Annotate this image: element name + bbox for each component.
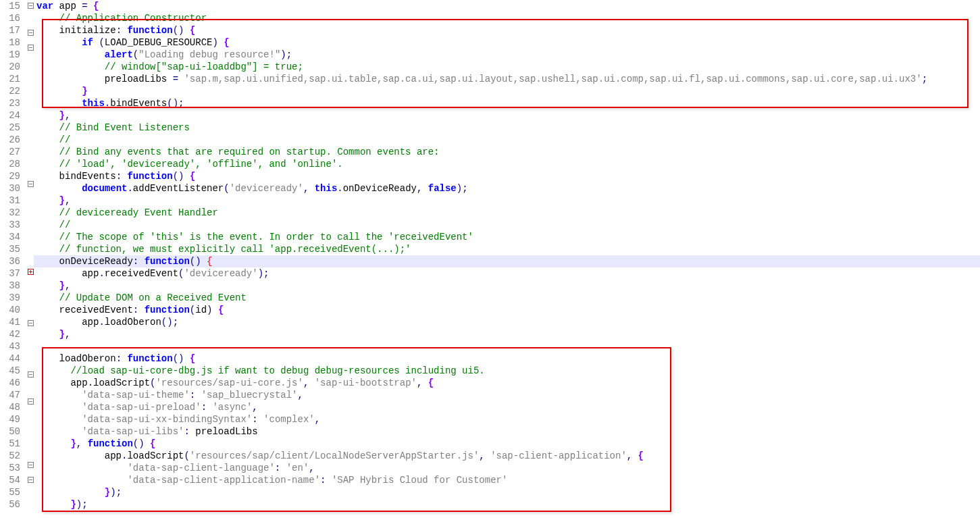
line-number: 44 — [0, 353, 20, 365]
fold-cell — [24, 166, 34, 178]
code-line[interactable]: preloadLibs = 'sap.m,sap.ui.unified,sap.… — [34, 73, 980, 85]
line-number: 31 — [0, 195, 20, 207]
code-line[interactable]: // Update DOM on a Received Event — [34, 292, 980, 304]
code-line[interactable]: app.loadOberon(); — [34, 316, 980, 328]
code-line[interactable]: if (LOAD_DEBUG_RESOURCE) { — [34, 36, 980, 49]
code-line[interactable]: receivedEvent: function(id) { — [34, 304, 980, 316]
code-line[interactable]: // window["sap-ui-loaddbg"] = true; — [34, 61, 980, 73]
code-line[interactable]: // The scope of 'this' is the event. In … — [34, 231, 980, 243]
line-number: 33 — [0, 219, 20, 231]
code-line[interactable]: onDeviceReady: function() { — [34, 255, 980, 267]
code-line[interactable]: }, — [34, 280, 980, 292]
fold-column[interactable] — [24, 0, 34, 518]
fold-cell — [24, 57, 34, 69]
code-line[interactable]: // Application Constructor — [34, 12, 980, 24]
fold-cell — [24, 30, 34, 42]
line-number: 25 — [0, 122, 20, 134]
code-line[interactable]: }, function() { — [34, 438, 980, 450]
line-number: 28 — [0, 158, 20, 170]
fold-cell — [24, 423, 34, 435]
fold-open-icon[interactable] — [28, 398, 34, 405]
code-line[interactable]: } — [34, 85, 980, 97]
code-editor[interactable]: 1516171819202122232425262728293031323334… — [0, 0, 980, 518]
code-line[interactable]: // function, we must explicitly call 'ap… — [34, 243, 980, 255]
code-line[interactable]: 'data-sap-client-application-name': 'SAP… — [34, 474, 980, 486]
code-line[interactable]: // 'load', 'deviceready', 'offline', and… — [34, 158, 980, 170]
line-number: 22 — [0, 85, 20, 97]
code-line[interactable]: alert("Loading debug resource!"); — [34, 49, 980, 61]
fold-cell — [24, 320, 34, 332]
fold-open-icon[interactable] — [28, 181, 34, 187]
fold-closed-icon[interactable] — [28, 269, 34, 275]
fold-cell — [24, 45, 34, 57]
fold-cell — [24, 181, 34, 193]
code-line[interactable]: app.receivedEvent('deviceready'); — [34, 267, 980, 280]
line-number: 24 — [0, 109, 20, 122]
line-number: 55 — [0, 486, 20, 498]
code-line[interactable]: 'data-sap-ui-libs': preloadLibs — [34, 425, 980, 438]
fold-open-icon[interactable] — [28, 3, 34, 9]
fold-cell — [24, 293, 34, 305]
code-line[interactable] — [34, 340, 980, 353]
fold-cell — [24, 477, 34, 489]
fold-cell — [24, 230, 34, 242]
fold-cell — [24, 489, 34, 501]
line-number: 17 — [0, 24, 20, 36]
code-line[interactable]: bindEvents: function() { — [34, 170, 980, 182]
line-number: 26 — [0, 134, 20, 146]
code-line[interactable]: }); — [34, 498, 980, 511]
code-line[interactable]: var app = { — [34, 0, 980, 12]
line-number: 38 — [0, 280, 20, 292]
line-number: 34 — [0, 231, 20, 243]
line-number: 32 — [0, 207, 20, 219]
fold-open-icon[interactable] — [28, 320, 34, 326]
fold-cell — [24, 154, 34, 166]
line-number: 29 — [0, 170, 20, 182]
fold-cell — [24, 411, 34, 423]
code-line[interactable]: document.addEventListener('deviceready',… — [34, 182, 980, 195]
code-line[interactable]: loadOberon: function() { — [34, 353, 980, 365]
line-number: 51 — [0, 438, 20, 450]
code-line[interactable]: 'data-sap-ui-preload': 'async', — [34, 401, 980, 413]
code-line[interactable]: app.loadScript('resources/sap-ui-core.js… — [34, 377, 980, 389]
fold-cell — [24, 15, 34, 27]
line-number: 30 — [0, 182, 20, 195]
fold-cell — [24, 447, 34, 459]
fold-cell — [24, 217, 34, 230]
fold-open-icon[interactable] — [28, 462, 34, 468]
fold-open-icon[interactable] — [28, 371, 34, 378]
code-line[interactable]: 'data-sap-ui-xx-bindingSyntax': 'complex… — [34, 413, 980, 425]
line-number: 20 — [0, 61, 20, 73]
fold-cell — [24, 105, 34, 118]
code-line[interactable]: app.loadScript('resources/sap/client/Loc… — [34, 450, 980, 462]
line-number: 40 — [0, 304, 20, 316]
fold-open-icon[interactable] — [28, 45, 34, 51]
fold-cell — [24, 344, 34, 357]
fold-cell — [24, 332, 34, 344]
code-line[interactable]: this.bindEvents(); — [34, 97, 980, 109]
code-line[interactable]: // deviceready Event Handler — [34, 207, 980, 219]
code-line[interactable]: //load sap-ui-core-dbg.js if want to deb… — [34, 365, 980, 377]
code-line[interactable]: }); — [34, 486, 980, 498]
fold-cell — [24, 142, 34, 154]
fold-cell — [24, 357, 34, 369]
line-number: 50 — [0, 425, 20, 438]
code-line[interactable]: // — [34, 134, 980, 146]
code-line[interactable]: }, — [34, 195, 980, 207]
code-line[interactable]: // — [34, 219, 980, 231]
fold-open-icon[interactable] — [28, 30, 34, 36]
fold-cell — [24, 118, 34, 130]
fold-cell — [24, 513, 34, 518]
code-line[interactable]: initialize: function() { — [34, 24, 980, 36]
code-line[interactable]: }, — [34, 109, 980, 122]
fold-cell — [24, 69, 34, 81]
fold-open-icon[interactable] — [28, 477, 34, 483]
fold-cell — [24, 130, 34, 142]
code-line[interactable]: 'data-sap-client-language': 'en', — [34, 462, 980, 474]
code-line[interactable]: 'data-sap-ui-theme': 'sap_bluecrystal', — [34, 389, 980, 401]
code-line[interactable]: // Bind any events that are required on … — [34, 146, 980, 158]
code-area[interactable]: var app = { // Application Constructor i… — [34, 0, 980, 518]
line-number: 47 — [0, 389, 20, 401]
code-line[interactable]: // Bind Event Listeners — [34, 122, 980, 134]
code-line[interactable]: }, — [34, 328, 980, 340]
